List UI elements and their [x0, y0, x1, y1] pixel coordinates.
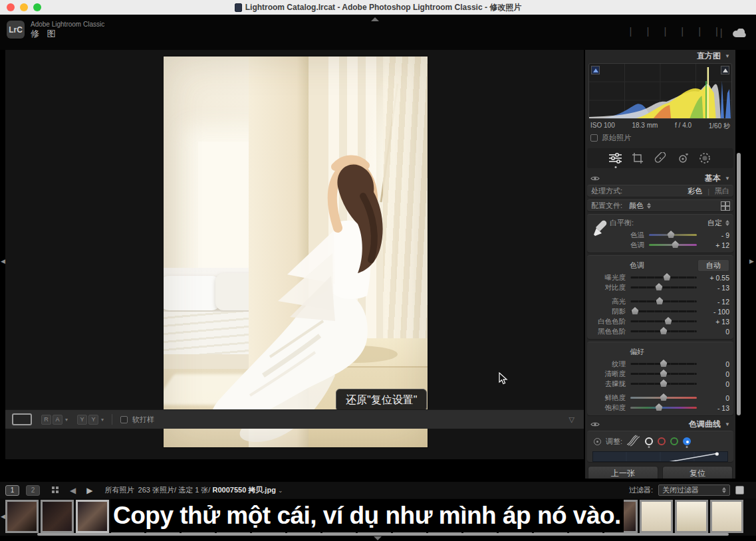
tool-strip [587, 148, 733, 168]
wb-value[interactable]: 自定 [707, 218, 729, 228]
shadow-clipping-indicator[interactable] [591, 66, 600, 74]
slider-track[interactable] [630, 407, 697, 409]
macos-titlebar: Lightroom Catalog.lrcat - Adobe Photosho… [0, 0, 756, 15]
lightroom-window: Lightroom Catalog.lrcat - Adobe Photosho… [0, 0, 756, 541]
edit-basic-tool-icon[interactable] [608, 150, 624, 166]
slider-thumb[interactable] [672, 241, 679, 248]
collapse-filmstrip-arrow[interactable] [374, 536, 382, 540]
filmstrip-thumbnail[interactable] [41, 500, 74, 533]
filmstrip-source-info[interactable]: 所有照片 263 张照片/ 选定 1 张/ R0007550 拷贝.jpg ⌄ [104, 485, 283, 495]
parametric-curve-icon[interactable] [627, 435, 640, 448]
exif-iso: ISO 100 [590, 122, 615, 131]
slider-thumb[interactable] [632, 307, 639, 314]
treatment-color-option[interactable]: 彩色 [688, 186, 702, 196]
module-tab[interactable] [622, 25, 640, 37]
slider-track[interactable] [630, 373, 697, 375]
tone-box: 色调 自动 曝光度 + 0.55 对比度 - 13 高光 - 12 [587, 255, 733, 339]
slider-track[interactable] [630, 397, 697, 399]
filmstrip-scroll-left-arrow[interactable]: ◀ [1, 513, 5, 520]
tone-curve-graph[interactable] [592, 451, 728, 462]
show-left-panel-arrow[interactable]: ◀ [1, 258, 5, 265]
collapse-top-panel-arrow[interactable] [371, 17, 379, 21]
show-right-panel-arrow[interactable]: ▶ [749, 258, 754, 265]
exif-info: ISO 100 18.3 mm f / 4.0 1/60 秒 [585, 120, 735, 132]
slider-track[interactable] [649, 244, 697, 246]
split-view-right-button[interactable]: Y [88, 415, 98, 425]
filmstrip-thumbnail[interactable] [640, 500, 673, 533]
previous-button[interactable]: 上一张 [588, 466, 658, 479]
split-view-left-button[interactable]: Y [77, 415, 87, 425]
before-after-dropdown-icon[interactable]: ▾ [65, 417, 68, 423]
tone-curve-header[interactable]: 色调曲线▼ [585, 418, 735, 431]
masking-tool-icon[interactable] [697, 150, 713, 166]
filter-dropdown[interactable]: 关闭过滤器 [658, 485, 730, 496]
split-view-dropdown-icon[interactable]: ▾ [101, 417, 104, 423]
slider-thumb[interactable] [656, 403, 663, 411]
slider-thumb[interactable] [668, 231, 675, 238]
slider-track[interactable] [630, 330, 697, 332]
filmstrip-thumbnail[interactable] [710, 500, 743, 533]
back-arrow-icon[interactable]: ◀ [70, 486, 76, 495]
targeted-adjustment-icon[interactable] [594, 438, 601, 445]
white-balance-eyedropper-icon[interactable] [592, 220, 607, 239]
second-window-button[interactable]: 2 [26, 485, 40, 496]
treatment-bw-option[interactable]: 黑白 [715, 186, 729, 196]
slider-thumb[interactable] [656, 283, 663, 290]
module-tab[interactable] [691, 25, 708, 37]
filmstrip-thumbnail[interactable] [5, 500, 39, 533]
soft-proof-checkbox[interactable] [120, 416, 128, 423]
slider-thumb[interactable] [660, 393, 668, 401]
before-after-right-button[interactable]: A [53, 415, 63, 425]
filter-toggle[interactable] [735, 486, 744, 494]
module-tab[interactable] [674, 25, 691, 37]
grid-view-icon[interactable] [52, 487, 59, 494]
loupe-view-button[interactable] [12, 413, 32, 425]
panel-switch-eye-icon[interactable] [590, 420, 600, 429]
slider-track[interactable] [630, 320, 697, 322]
filmstrip-thumbnail[interactable] [675, 500, 708, 533]
slider-thumb[interactable] [660, 327, 668, 334]
cloud-sync-icon[interactable] [720, 27, 747, 41]
auto-tone-button[interactable]: 自动 [697, 259, 729, 272]
panel-scrollbar[interactable] [737, 153, 741, 415]
reset-button[interactable]: 复位 [662, 466, 733, 479]
profile-browser-icon[interactable] [721, 201, 729, 210]
panel-switch-eye-icon[interactable] [590, 174, 600, 183]
slider-thumb[interactable] [665, 317, 672, 324]
before-after-left-button[interactable]: R [41, 415, 51, 425]
module-tab[interactable] [639, 25, 656, 37]
slider-thumb[interactable] [656, 297, 664, 304]
slider-thumb[interactable] [664, 273, 671, 280]
slider-track[interactable] [630, 300, 697, 302]
slider-thumb[interactable] [660, 379, 668, 387]
slider-row: 对比度 - 13 [591, 282, 729, 292]
red-channel-icon[interactable] [658, 437, 666, 445]
profile-value[interactable]: 颜色 [629, 201, 644, 211]
original-photo-checkbox[interactable] [590, 134, 598, 142]
red-eye-tool-icon[interactable] [675, 150, 691, 166]
slider-track[interactable] [630, 383, 697, 385]
profile-dropdown-icon[interactable] [647, 203, 651, 209]
slider-track[interactable] [630, 310, 697, 312]
slider-track[interactable] [630, 276, 697, 278]
slider-track[interactable] [630, 286, 697, 288]
basic-panel-header[interactable]: 基本▼ [585, 172, 735, 185]
blue-channel-icon[interactable] [683, 437, 691, 445]
filmstrip-thumbnail[interactable] [76, 500, 109, 533]
before-after-group: R A ▾ [41, 415, 68, 425]
slider-thumb[interactable] [660, 370, 668, 377]
module-tab[interactable] [656, 25, 674, 37]
forward-arrow-icon[interactable]: ▶ [86, 486, 92, 495]
slider-track[interactable] [649, 234, 697, 236]
crop-tool-icon[interactable] [630, 150, 646, 166]
healing-tool-icon[interactable] [652, 150, 668, 166]
histogram[interactable] [588, 63, 732, 119]
main-window-button[interactable]: 1 [5, 485, 19, 496]
point-curve-icon[interactable] [645, 437, 653, 445]
histogram-header[interactable]: 直方图▼ [585, 50, 735, 62]
highlight-clipping-indicator[interactable] [721, 66, 729, 74]
toolbar-options-icon[interactable]: ▽ [569, 415, 574, 424]
green-channel-icon[interactable] [670, 437, 678, 445]
slider-thumb[interactable] [660, 360, 668, 367]
slider-track[interactable] [630, 363, 697, 365]
